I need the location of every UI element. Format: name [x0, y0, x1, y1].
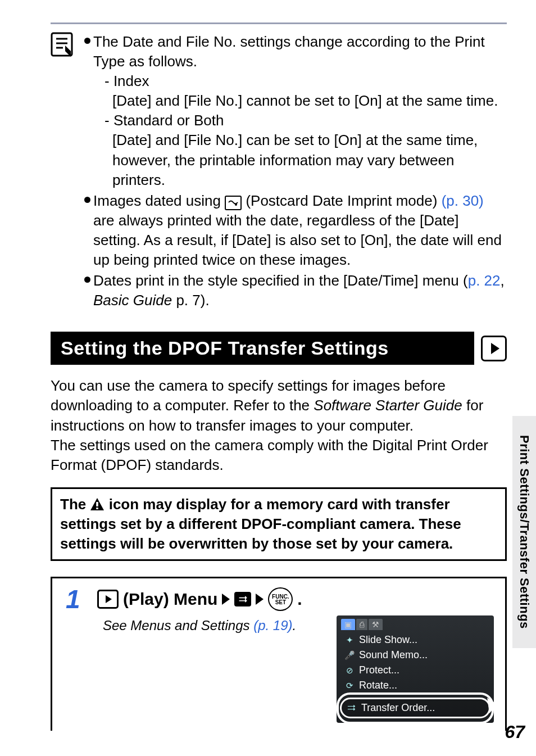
step-dot: . — [297, 590, 302, 609]
side-section-tab: Print Settings/Transfer Settings — [512, 416, 536, 648]
warning-pre: The — [60, 496, 90, 513]
top-note-text: The Date and File No. settings change ac… — [84, 32, 507, 311]
bullet-item: The Date and File No. settings change ac… — [84, 32, 507, 190]
menu-item-icon: ⮆ — [347, 703, 356, 713]
document-lines-icon — [51, 32, 73, 57]
menu-item: 🎤Sound Memo... — [342, 648, 488, 663]
step-instruction-box: 1 (Play) Menu FUNC. SET . See M — [51, 577, 507, 731]
set-label: SET — [275, 600, 286, 605]
sub-2-text: [Date] and [File No.] can be set to [On]… — [93, 130, 507, 189]
page: The Date and File No. settings change ac… — [0, 0, 536, 756]
menu-item-icon: ⊘ — [344, 666, 355, 676]
screenshot-tab: ⚒ — [369, 619, 383, 630]
bullet-item: Images dated using (Postcard Date Imprin… — [84, 191, 507, 270]
postcard-date-imprint-icon — [225, 196, 242, 210]
section-heading: Setting the DPOF Transfer Settings — [51, 332, 507, 365]
page-ref-link[interactable]: (p. 30) — [442, 192, 484, 209]
sub-1-dash: - Index — [93, 71, 507, 91]
sub-1-text: [Date] and [File No.] cannot be set to [… — [93, 91, 507, 111]
section-title: Setting the DPOF Transfer Settings — [51, 332, 474, 365]
svg-rect-6 — [97, 508, 99, 509]
top-rule — [51, 22, 507, 24]
side-tab-label: Print Settings/Transfer Settings — [517, 435, 532, 629]
see-prefix: See Menus and Settings — [103, 618, 253, 633]
svg-rect-5 — [97, 502, 99, 506]
warning-post: icon may display for a memory card with … — [60, 496, 461, 552]
step-command-line: (Play) Menu FUNC. SET . — [97, 587, 495, 611]
menu-item: ✦Slide Show... — [342, 632, 488, 648]
bullet-2-post: are always printed with the date, regard… — [93, 212, 502, 268]
body-paragraph-1: You can use the camera to specify settin… — [51, 376, 507, 435]
playback-mode-icon — [97, 590, 119, 609]
menu-item-icon: ✦ — [344, 635, 355, 645]
step-number: 1 — [66, 586, 86, 612]
top-note-block: The Date and File No. settings change ac… — [51, 32, 507, 311]
menu-item-label: Protect... — [359, 664, 399, 676]
playback-mode-icon — [481, 336, 507, 361]
screenshot-tab: ▣ — [341, 619, 355, 630]
menu-item: ⊘Protect... — [342, 663, 488, 678]
menu-item-label: Slide Show... — [359, 634, 417, 646]
bullet-3-pre: Dates print in the style specified in th… — [93, 272, 468, 289]
body-paragraph-2: The settings used on the camera comply w… — [51, 436, 507, 475]
bullet-dot-icon — [84, 32, 93, 190]
menu-item-icon: ⟳ — [344, 681, 355, 691]
page-ref-link[interactable]: p. 22 — [468, 272, 501, 289]
caution-triangle-icon — [90, 497, 105, 511]
step-see-reference: See Menus and Settings (p. 19). — [103, 615, 296, 633]
bullet-dot-icon — [84, 191, 93, 270]
menu-item-icon: 🎤 — [344, 650, 355, 660]
menu-highlighted-item: ⮆ Transfer Order... — [340, 698, 490, 718]
right-arrow-icon — [256, 594, 264, 605]
transfer-order-icon — [234, 592, 251, 606]
play-menu-label: (Play) Menu — [123, 590, 217, 609]
menu-item-label: Transfer Order... — [361, 702, 435, 714]
callout-tail-icon — [487, 696, 498, 713]
screenshot-menu-list: ✦Slide Show... 🎤Sound Memo... ⊘Protect..… — [337, 632, 494, 695]
bullet-dot-icon — [84, 271, 93, 310]
menu-item-label: Sound Memo... — [359, 649, 428, 661]
bullet-2-pre: Images dated using — [93, 192, 225, 209]
camera-menu-screenshot: ▣ ⎙ ⚒ ✦Slide Show... 🎤Sound Memo... ⊘Pro… — [337, 615, 494, 723]
bullet-item: Dates print in the style specified in th… — [84, 271, 507, 310]
bullet-3-sep: , — [501, 272, 505, 289]
bullet-2-mid: (Postcard Date Imprint mode) — [246, 192, 441, 209]
warning-box: The icon may display for a memory card w… — [51, 487, 507, 561]
see-suffix: . — [293, 618, 297, 633]
page-number: 67 — [505, 722, 525, 743]
bullet-3-em: Basic Guide — [93, 292, 172, 309]
body-p1-em: Software Starter Guide — [314, 397, 462, 414]
sub-2-dash: - Standard or Both — [93, 111, 507, 130]
screenshot-tab-row: ▣ ⎙ ⚒ — [337, 619, 494, 632]
right-arrow-icon — [222, 594, 230, 605]
screenshot-tab: ⎙ — [356, 619, 367, 630]
svg-point-4 — [235, 203, 237, 206]
func-set-button-icon: FUNC. SET — [268, 587, 293, 611]
menu-item-label: Rotate... — [359, 680, 397, 691]
bullet-1-lead: The Date and File No. settings change ac… — [93, 33, 485, 70]
bullet-3-post: p. 7). — [172, 292, 209, 309]
menu-item: ⟳Rotate... — [342, 678, 488, 693]
page-ref-link[interactable]: (p. 19) — [253, 618, 292, 633]
